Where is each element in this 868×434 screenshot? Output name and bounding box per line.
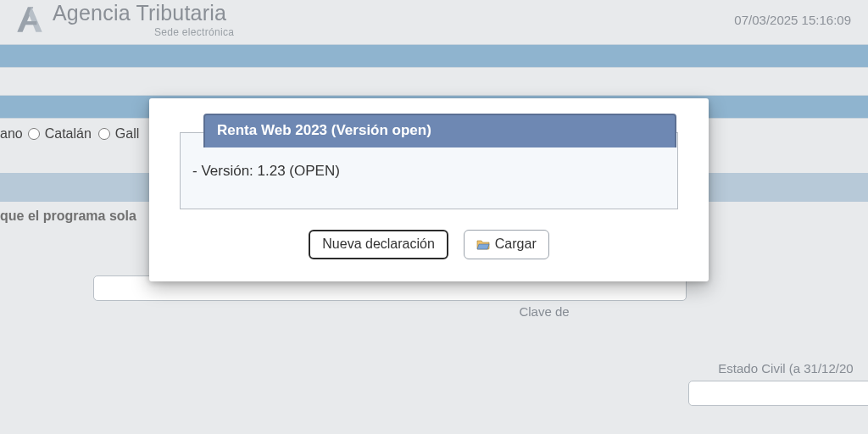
label-clave: Clave de (0, 304, 868, 319)
page-timestamp: 07/03/2025 15:16:09 (734, 13, 851, 27)
radio-catalan[interactable] (28, 128, 40, 140)
svg-rect-0 (24, 21, 37, 25)
modal-body: - Versión: 1.23 (OPEN) (181, 156, 677, 209)
load-button[interactable]: Cargar (464, 230, 549, 259)
input-estado-civil[interactable] (688, 381, 868, 406)
folder-open-icon (476, 238, 490, 250)
agency-logo-icon (12, 2, 47, 37)
field-estado-civil: Estado Civil (a 31/12/20 (688, 361, 868, 406)
language-option-partial: ano (0, 126, 23, 142)
modal-title: Renta Web 2023 (Versión open) (203, 114, 676, 147)
brand-subtitle: Sede electrónica (53, 27, 234, 37)
new-declaration-label: Nueva declaración (322, 236, 435, 252)
version-modal: Renta Web 2023 (Versión open) - Versión:… (149, 98, 709, 281)
nav-stripe (0, 44, 868, 68)
brand: Agencia Tributaria Sede electrónica (12, 2, 234, 37)
brand-text: Agencia Tributaria Sede electrónica (53, 3, 234, 37)
language-label-gallego-partial: Gall (115, 126, 139, 142)
brand-title: Agencia Tributaria (53, 3, 234, 24)
modal-actions: Nueva declaración Cargar (180, 230, 678, 259)
spacer (0, 68, 868, 95)
load-button-label: Cargar (495, 236, 537, 252)
app-header: Agencia Tributaria Sede electrónica 07/0… (0, 0, 868, 44)
language-label-catalan: Catalán (45, 126, 92, 142)
modal-card: Renta Web 2023 (Versión open) - Versión:… (180, 132, 678, 209)
label-estado-civil-partial: Estado Civil (a 31/12/20 (718, 361, 853, 376)
radio-gallego[interactable] (98, 128, 110, 140)
new-declaration-button[interactable]: Nueva declaración (309, 230, 448, 259)
